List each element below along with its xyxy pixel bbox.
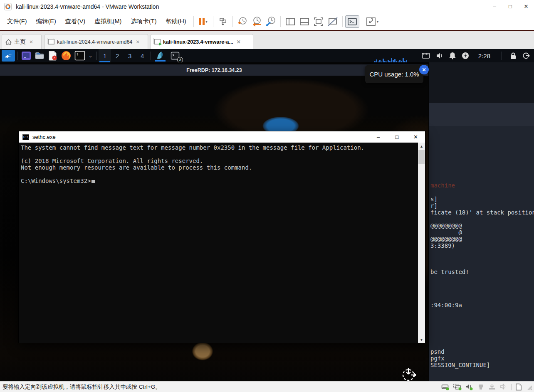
scroll-down-icon[interactable]: ▼ — [418, 336, 425, 343]
cmd-maximize-button[interactable]: □ — [388, 131, 406, 143]
tab-label: kali-linux-2024.4-vmware-amd64 — [57, 39, 132, 45]
clock[interactable]: 2:28 — [475, 52, 494, 59]
workspace-4[interactable]: 4 — [136, 49, 148, 62]
terminal-line: @@@@@@@@@ — [430, 236, 462, 242]
menu-tabs[interactable]: 选项卡(T) — [126, 15, 161, 28]
console-prompt-line: C:\Windows\system32> — [21, 178, 417, 184]
snapshot-manager-button[interactable] — [264, 15, 278, 29]
menu-edit[interactable]: 编辑(E) — [32, 15, 61, 28]
chevron-down-icon[interactable]: ▾ — [205, 19, 208, 24]
qterminal-launcher[interactable]: $. — [74, 50, 86, 62]
tab-close-icon[interactable]: ✕ — [237, 39, 241, 45]
freerdp-close-button[interactable]: ✕ — [419, 65, 429, 74]
window-titlebar: kali-linux-2023.4-vmware-amd64 - VMware … — [0, 0, 534, 13]
volume-icon[interactable] — [436, 52, 443, 59]
resize-grip[interactable] — [526, 384, 532, 390]
fullscreen-button[interactable]: ▾ — [365, 15, 380, 29]
vm-display[interactable]: $. ⌄ 1 2 3 4 3 — [0, 49, 534, 381]
workspace-1[interactable]: 1 — [99, 49, 111, 62]
kali-menu-button[interactable] — [2, 50, 15, 62]
workspace-2[interactable]: 2 — [111, 49, 124, 62]
scrollbar-thumb[interactable] — [418, 150, 425, 164]
vmware-logo-icon — [4, 3, 12, 10]
lock-icon[interactable] — [510, 52, 517, 59]
tab-kali-2023-active[interactable]: kali-linux-2023.4-vmware-a... ✕ — [151, 34, 253, 49]
hard-disk-status-icon[interactable] — [441, 383, 450, 391]
console-view-button[interactable] — [345, 15, 359, 28]
pause-icon — [199, 18, 205, 25]
file-manager-launcher[interactable] — [34, 50, 45, 62]
text-editor-launcher[interactable] — [47, 50, 59, 62]
statusbar-separator — [511, 384, 512, 390]
terminal-line: pgfx — [430, 355, 445, 362]
logout-icon[interactable] — [522, 52, 530, 59]
network-icon[interactable] — [422, 52, 430, 59]
firefox-launcher[interactable] — [60, 50, 72, 62]
tab-label: kali-linux-2023.4-vmware-a... — [163, 39, 233, 45]
tab-kali-2024[interactable]: kali-linux-2024.4-vmware-amd64 ✕ — [44, 34, 148, 49]
console-line: (c) 2018 Microsoft Corporation. All righ… — [21, 158, 417, 164]
free-stretch-button[interactable] — [326, 15, 340, 29]
kali-logo-icon — [4, 52, 12, 59]
cmd-console-output[interactable]: The system cannot find message text for … — [19, 143, 425, 343]
menu-view[interactable]: 查看(V) — [61, 15, 90, 28]
firefox-icon — [61, 51, 71, 61]
display-status-icon[interactable] — [453, 383, 462, 391]
minimize-button[interactable]: – — [487, 0, 502, 13]
cmd-minimize-button[interactable]: – — [369, 131, 388, 143]
background-terminal-window[interactable]: machine s] r] ficate (18)' at stack posi… — [429, 62, 534, 381]
maximize-button[interactable]: □ — [502, 0, 518, 13]
fit-guest-button[interactable] — [312, 15, 326, 29]
tab-close-icon[interactable]: ✕ — [136, 39, 140, 45]
show-thumbnail-bar-button[interactable] — [297, 15, 312, 29]
notification-bell-icon[interactable] — [449, 52, 456, 59]
split-vertical-icon — [285, 17, 295, 26]
tab-home[interactable]: 主页 ✕ — [2, 34, 42, 49]
menu-vm[interactable]: 虚拟机(M) — [90, 15, 126, 28]
show-library-button[interactable] — [283, 15, 297, 29]
terminal-launcher[interactable] — [20, 50, 32, 62]
freerdp-titlebar[interactable]: FreeRDP: 172.16.34.23 — [0, 64, 428, 76]
close-button[interactable]: ✕ — [518, 0, 534, 13]
terminal-line: machine — [430, 182, 455, 189]
take-snapshot-button[interactable] — [235, 15, 250, 29]
toolbar-separator — [232, 16, 233, 27]
revert-snapshot-button[interactable] — [250, 15, 264, 29]
tab-close-icon[interactable]: ✕ — [29, 39, 33, 45]
tab-bar: 主页 ✕ kali-linux-2024.4-vmware-amd64 ✕ ka… — [0, 31, 534, 49]
panel-separator — [17, 52, 17, 60]
sound-status-icon[interactable] — [465, 383, 474, 391]
background-terminal-tabbar — [429, 103, 534, 126]
background-terminal-header — [429, 62, 534, 103]
cmd-window-title: sethc.exe — [32, 134, 56, 140]
send-ctrl-alt-del-button[interactable] — [216, 15, 230, 29]
message-log-icon[interactable] — [515, 383, 522, 391]
usb-disabled-icon — [477, 383, 485, 391]
wireshark-icon — [156, 51, 164, 61]
terminal-purple-icon — [21, 51, 31, 60]
terminal-windows-task-button[interactable]: 3 — [168, 50, 182, 62]
console-line: The system cannot find message text for … — [21, 144, 417, 151]
panel-separator — [151, 52, 151, 60]
cmd-titlebar[interactable]: C:\_ sethc.exe – □ ✕ — [19, 131, 425, 143]
menu-file[interactable]: 文件(F) — [2, 15, 32, 28]
power-manager-icon[interactable] — [462, 52, 469, 59]
status-message: 要将输入定向到该虚拟机，请将鼠标指针移入其中或按 Ctrl+G。 — [2, 383, 161, 391]
wireshark-task-button[interactable] — [154, 50, 166, 62]
pause-vm-button[interactable]: ▾ — [196, 15, 210, 29]
cmd-prompt-icon: C:\_ — [22, 134, 29, 140]
menu-help[interactable]: 帮助(H) — [161, 15, 190, 28]
terminal-line: SESSION_CONTINUE] — [430, 362, 490, 368]
toolbar-separator — [342, 16, 343, 27]
terminal-line: s] — [430, 196, 438, 202]
scroll-up-icon[interactable]: ▲ — [418, 143, 425, 150]
usb-connect-disabled-icon — [488, 383, 496, 391]
chevron-down-icon[interactable]: ▾ — [377, 19, 379, 24]
kali-taskbar: $. ⌄ 1 2 3 4 3 — [0, 49, 534, 62]
cmd-scrollbar[interactable]: ▲ ▼ — [418, 143, 425, 343]
chevron-down-icon[interactable]: ⌄ — [87, 53, 94, 59]
cmd-window-sethc[interactable]: C:\_ sethc.exe – □ ✕ The system cannot f… — [18, 131, 425, 343]
cpu-usage-text: CPU usage: 1.0% — [369, 71, 419, 78]
cmd-close-button[interactable]: ✕ — [406, 131, 425, 143]
workspace-3[interactable]: 3 — [124, 49, 136, 62]
